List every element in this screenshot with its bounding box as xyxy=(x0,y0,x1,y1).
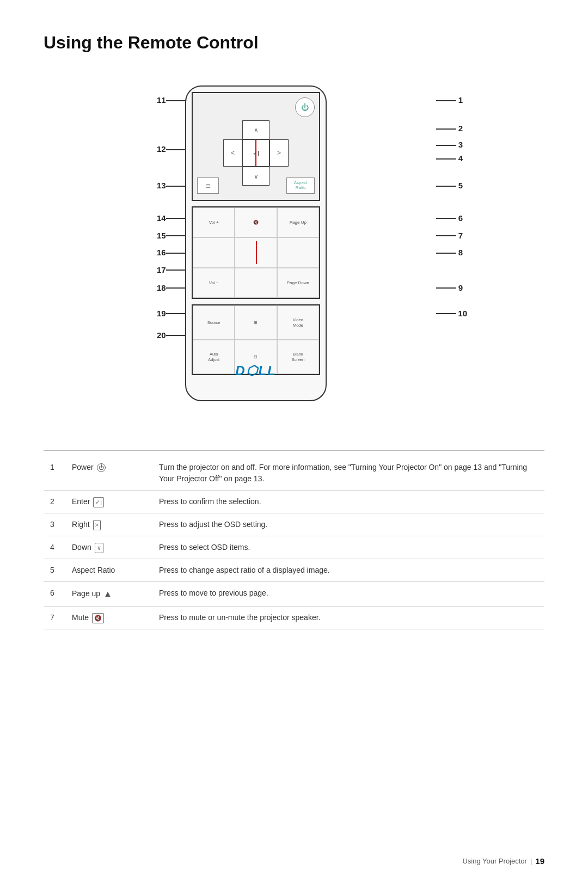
right-arrow-icon: > xyxy=(277,149,281,157)
diagram-label-8: 8 xyxy=(458,248,463,257)
remote-top-section: ⏻ ∧ < ✓| xyxy=(192,92,320,201)
diagram-label-16: 16 xyxy=(157,248,166,257)
nav-right-button[interactable]: > xyxy=(270,139,289,167)
nav-up-button[interactable]: ∧ xyxy=(242,120,270,139)
video-mode-button[interactable]: VideoMode xyxy=(277,305,319,340)
arrow-up-icon: ▲ xyxy=(103,587,112,601)
diagram-label-6: 6 xyxy=(458,213,463,223)
vol-plus-button[interactable]: Vol + xyxy=(193,207,235,237)
mid-empty-right xyxy=(277,237,319,267)
mid-center-line xyxy=(256,241,257,265)
row-label-2: Enter ✓| xyxy=(65,491,152,513)
row-desc-5: Press to change aspect ratio of a displa… xyxy=(152,559,544,582)
power-icon-inline: ⏻ xyxy=(97,463,106,472)
enter-icon-inline: ✓| xyxy=(93,497,104,507)
diagram-label-9: 9 xyxy=(458,283,463,292)
remote-diagram-area: ⏻ ∧ < ✓| xyxy=(44,75,544,423)
menu-button[interactable]: ☰ xyxy=(197,177,219,194)
diagram-label-20: 20 xyxy=(157,330,166,340)
auto-adjust-label: AutoAdjust xyxy=(208,352,219,363)
enter-line xyxy=(255,140,256,166)
mid-empty-left xyxy=(193,237,235,267)
page-up-button[interactable]: Page Up xyxy=(277,207,319,237)
row-desc-6: Press to move to previous page. xyxy=(152,582,544,607)
tick-20 xyxy=(166,335,186,336)
row-desc-2: Press to confirm the selection. xyxy=(152,491,544,513)
aspect-ratio-button[interactable]: AspectRatio xyxy=(286,177,315,194)
diagram-label-11: 11 xyxy=(157,95,166,105)
tick-r10 xyxy=(436,313,456,314)
aspect-ratio-label: AspectRatio xyxy=(294,181,307,191)
tick-14 xyxy=(166,218,186,219)
page-title: Using the Remote Control xyxy=(44,33,544,53)
mid-center-divider xyxy=(235,237,277,267)
row-num-6: 6 xyxy=(44,582,65,607)
menu3-icon: ⊟ xyxy=(254,354,258,360)
footer-section: Using Your Projector xyxy=(462,857,527,865)
tick-r3 xyxy=(436,145,456,146)
feature-table: 1 Power ⏻ Turn the projector on and off.… xyxy=(44,456,544,629)
mute-button[interactable]: 🔇 xyxy=(235,207,277,237)
row-desc-1: Turn the projector on and off. For more … xyxy=(152,456,544,491)
row-num-1: 1 xyxy=(44,456,65,491)
row-desc-3: Press to adjust the OSD setting. xyxy=(152,513,544,536)
tick-11 xyxy=(166,100,186,101)
table-row: 7 Mute 🔇 Press to mute or un-mute the pr… xyxy=(44,607,544,629)
source-button[interactable]: Source xyxy=(193,305,235,340)
tick-15 xyxy=(166,235,186,236)
row-label-4: Down ∨ xyxy=(65,536,152,559)
row-label-7: Mute 🔇 xyxy=(65,607,152,629)
tick-r4 xyxy=(436,158,456,160)
power-icon: ⏻ xyxy=(301,103,309,112)
tick-13 xyxy=(166,186,186,187)
nav-left-button[interactable]: < xyxy=(223,139,242,167)
diagram-label-13: 13 xyxy=(157,181,166,190)
row-num-7: 7 xyxy=(44,607,65,629)
diagram-label-17: 17 xyxy=(157,265,166,274)
mid-grid: Vol + 🔇 Page Up xyxy=(193,207,319,298)
tick-r9 xyxy=(436,287,456,289)
tick-19 xyxy=(166,313,186,314)
diagram-label-1: 1 xyxy=(458,95,463,105)
blank-screen-label: BlankScreen xyxy=(291,352,304,363)
table-row: 4 Down ∨ Press to select OSD items. xyxy=(44,536,544,559)
down-icon-inline: ∨ xyxy=(95,543,103,553)
up-arrow-icon: ∧ xyxy=(254,126,259,134)
page-container: Using the Remote Control ⏻ ∧ xyxy=(0,0,588,662)
diagram-label-10: 10 xyxy=(458,309,467,318)
table-row: 2 Enter ✓| Press to confirm the selectio… xyxy=(44,491,544,513)
table-row: 5 Aspect Ratio Press to change aspect ra… xyxy=(44,559,544,582)
page-down-button[interactable]: Page Down xyxy=(277,268,319,298)
remote-body: ⏻ ∧ < ✓| xyxy=(185,85,327,401)
diagram-label-14: 14 xyxy=(157,213,166,223)
mid-empty-center xyxy=(235,268,277,298)
power-button[interactable]: ⏻ xyxy=(295,97,315,117)
table-row: 6 Page up ▲ Press to move to previous pa… xyxy=(44,582,544,607)
diagram-label-3: 3 xyxy=(458,140,463,149)
vol-minus-button[interactable]: Vol − xyxy=(193,268,235,298)
menu2-button[interactable]: ⊞ xyxy=(235,305,277,340)
tick-r8 xyxy=(436,253,456,254)
diagram-label-7: 7 xyxy=(458,231,463,240)
auto-adjust-button[interactable]: AutoAdjust xyxy=(193,340,235,374)
row-label-6: Page up ▲ xyxy=(65,582,152,607)
row-num-4: 4 xyxy=(44,536,65,559)
nav-enter-button[interactable]: ✓| xyxy=(242,139,270,167)
diagram-label-12: 12 xyxy=(157,144,166,154)
dell-logo-text: D⬡LL xyxy=(235,363,277,378)
video-mode-label: VideoMode xyxy=(293,317,303,328)
tick-r1 xyxy=(436,100,456,101)
menu-icon: ☰ xyxy=(206,183,211,189)
tick-12 xyxy=(166,149,186,150)
table-row: 3 Right > Press to adjust the OSD settin… xyxy=(44,513,544,536)
tick-r6 xyxy=(436,218,456,219)
footer-separator: | xyxy=(530,857,532,865)
tick-r2 xyxy=(436,128,456,130)
row-num-2: 2 xyxy=(44,491,65,513)
diagram-label-5: 5 xyxy=(458,181,463,190)
vol-plus-label: Vol + xyxy=(209,220,219,225)
blank-screen-button[interactable]: BlankScreen xyxy=(277,340,319,374)
diagram-label-18: 18 xyxy=(157,283,166,292)
left-arrow-icon: < xyxy=(231,149,235,157)
diagram-label-4: 4 xyxy=(458,154,463,163)
